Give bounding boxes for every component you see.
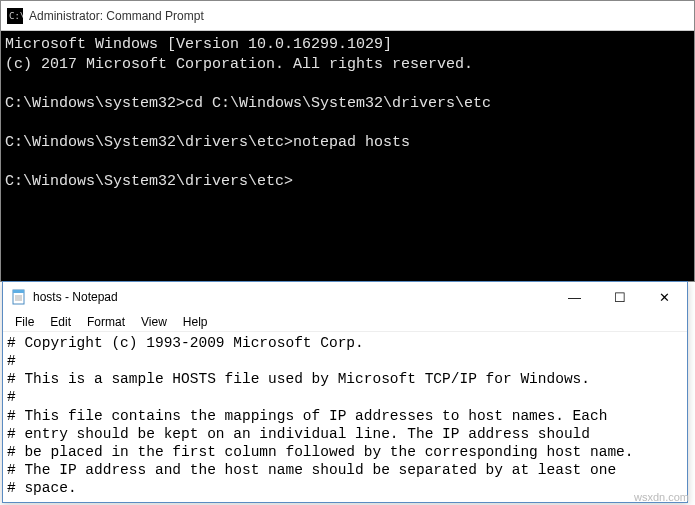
cmd-icon: C:\ — [7, 8, 23, 24]
text-line: # This file contains the mappings of IP … — [7, 408, 607, 424]
watermark: wsxdn.com — [634, 491, 689, 503]
cmd-line: C:\Windows\system32>cd C:\Windows\System… — [5, 95, 491, 112]
svg-rect-3 — [13, 290, 24, 293]
command-prompt-window: C:\ Administrator: Command Prompt Micros… — [0, 0, 695, 282]
text-line: # — [7, 389, 16, 405]
text-line: # entry should be kept on an individual … — [7, 426, 590, 442]
menu-view[interactable]: View — [133, 313, 175, 331]
text-line: # — [7, 353, 16, 369]
notepad-body[interactable]: # Copyright (c) 1993-2009 Microsoft Corp… — [3, 332, 687, 499]
minimize-button[interactable]: — — [552, 283, 597, 312]
cmd-line: C:\Windows\System32\drivers\etc> — [5, 173, 293, 190]
notepad-title: hosts - Notepad — [33, 290, 552, 304]
close-button[interactable]: ✕ — [642, 283, 687, 312]
text-line: # space. — [7, 480, 77, 496]
menu-format[interactable]: Format — [79, 313, 133, 331]
menu-help[interactable]: Help — [175, 313, 216, 331]
cmd-line: (c) 2017 Microsoft Corporation. All righ… — [5, 56, 473, 73]
text-line: # Copyright (c) 1993-2009 Microsoft Corp… — [7, 335, 364, 351]
notepad-icon — [11, 289, 27, 305]
menu-edit[interactable]: Edit — [42, 313, 79, 331]
svg-text:C:\: C:\ — [9, 11, 23, 21]
cmd-body[interactable]: Microsoft Windows [Version 10.0.16299.10… — [1, 31, 694, 195]
menu-file[interactable]: File — [7, 313, 42, 331]
cmd-line: C:\Windows\System32\drivers\etc>notepad … — [5, 134, 410, 151]
cmd-line: Microsoft Windows [Version 10.0.16299.10… — [5, 36, 392, 53]
text-line: # The IP address and the host name shoul… — [7, 462, 616, 478]
notepad-titlebar[interactable]: hosts - Notepad — ☐ ✕ — [3, 282, 687, 312]
text-line: # This is a sample HOSTS file used by Mi… — [7, 371, 590, 387]
notepad-menubar: File Edit Format View Help — [3, 312, 687, 332]
cmd-titlebar[interactable]: C:\ Administrator: Command Prompt — [1, 1, 694, 31]
maximize-button[interactable]: ☐ — [597, 283, 642, 312]
window-controls: — ☐ ✕ — [552, 283, 687, 312]
text-line: # be placed in the first column followed… — [7, 444, 634, 460]
notepad-window: hosts - Notepad — ☐ ✕ File Edit Format V… — [2, 281, 688, 503]
cmd-title: Administrator: Command Prompt — [29, 9, 204, 23]
